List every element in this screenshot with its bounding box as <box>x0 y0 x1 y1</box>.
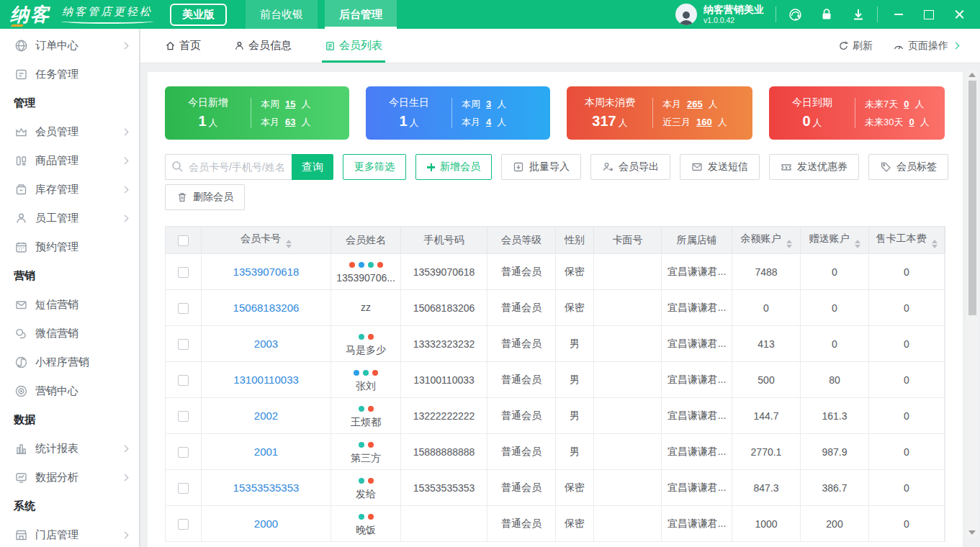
member-card-link[interactable]: 2003 <box>254 338 278 350</box>
member-store: 宜昌谦谦君... <box>662 470 732 506</box>
col-header-card[interactable]: 会员卡号 <box>202 227 331 254</box>
tag-dot-blue <box>354 370 359 376</box>
stat-line-unit: 人 <box>497 116 506 129</box>
sidebar-item-analysis[interactable]: 数据分析 <box>0 463 139 492</box>
tab-member-info[interactable]: 会员信息 <box>234 29 292 63</box>
more-filters-button[interactable]: 更多筛选 <box>343 154 406 180</box>
row-checkbox[interactable] <box>178 339 189 350</box>
tag-dot-teal <box>363 370 369 376</box>
sidebar: 订单中心 任务管理 管理 会员管理 商品管理 <box>0 29 140 547</box>
stat-line-value-link[interactable]: 15 <box>285 99 295 109</box>
search-input[interactable] <box>165 154 292 180</box>
member-card-link[interactable]: 2002 <box>254 410 278 422</box>
tab-label: 会员列表 <box>339 39 382 53</box>
sidebar-item-appointment[interactable]: 预约管理 <box>0 232 139 261</box>
member-gift: 987.9 <box>801 434 869 470</box>
appointment-icon <box>14 240 28 254</box>
person-icon <box>234 40 245 51</box>
member-table: 会员卡号 会员姓名 手机号码 会员等级 性别 卡面号 所属店铺 余额账户 赠送账… <box>165 226 945 542</box>
page-operations-button[interactable]: 页面操作 <box>893 40 958 53</box>
minimize-icon[interactable] <box>894 9 904 19</box>
tab-home[interactable]: 首页 <box>165 29 201 63</box>
member-card-link[interactable]: 15353535353 <box>233 482 300 494</box>
col-header-fee[interactable]: 售卡工本费 <box>869 227 945 254</box>
stat-unit: 人 <box>813 117 822 128</box>
sidebar-item-sms-marketing[interactable]: 短信营销 <box>0 290 139 319</box>
sidebar-item-staff[interactable]: 员工管理 <box>0 204 139 232</box>
col-header-balance[interactable]: 余额账户 <box>732 227 801 254</box>
download-icon[interactable] <box>851 7 866 22</box>
nav-backend-manage[interactable]: 后台管理 <box>325 0 397 29</box>
customer-service-icon[interactable] <box>788 7 802 22</box>
sidebar-item-orders[interactable]: 订单中心 <box>0 31 139 60</box>
batch-import-button[interactable]: 批量导入 <box>501 154 581 180</box>
member-export-button[interactable]: 会员导出 <box>590 154 670 180</box>
close-icon[interactable] <box>954 9 964 19</box>
row-checkbox[interactable] <box>178 267 189 278</box>
row-checkbox[interactable] <box>178 375 189 386</box>
stat-line-value-link[interactable]: 4 <box>486 117 491 127</box>
sidebar-item-members[interactable]: 会员管理 <box>0 117 139 146</box>
chevron-right-icon <box>122 214 129 222</box>
stat-line-value-link[interactable]: 265 <box>687 99 703 109</box>
stat-line-value-link[interactable]: 3 <box>486 99 491 109</box>
member-tag-button[interactable]: 会员标签 <box>868 154 948 180</box>
user-area[interactable]: 纳客营销美业 v1.0.0.42 <box>675 0 764 29</box>
sidebar-item-tasks[interactable]: 任务管理 <box>0 60 139 89</box>
member-card-link[interactable]: 13100110033 <box>233 374 299 386</box>
member-card-link[interactable]: 13539070618 <box>233 266 300 278</box>
edition-badge[interactable]: 美业版 <box>170 4 227 26</box>
wechat-icon <box>14 327 28 340</box>
stat-line-value-link[interactable]: 63 <box>285 117 295 127</box>
member-card-link[interactable]: 15068183206 <box>233 302 300 314</box>
member-card-link[interactable]: 2001 <box>254 446 278 458</box>
stat-card-expire-today: 今日到期 0人 未来7天0人 未来30天0人 <box>769 86 945 140</box>
row-checkbox[interactable] <box>178 483 189 494</box>
row-checkbox[interactable] <box>178 303 189 314</box>
stat-line-value-link[interactable]: 160 <box>696 117 712 127</box>
filler-cell <box>945 506 945 542</box>
member-gift: 0 <box>801 254 869 290</box>
sidebar-item-wechat-marketing[interactable]: 微信营销 <box>0 319 139 348</box>
vertical-scrollbar[interactable] <box>966 69 978 538</box>
sidebar-item-reports[interactable]: 统计报表 <box>0 434 139 463</box>
filler-cell <box>945 362 945 398</box>
send-sms-button[interactable]: 发送短信 <box>680 154 760 180</box>
marketing-icon <box>14 384 28 398</box>
member-level: 普通会员 <box>487 254 556 290</box>
member-level: 普通会员 <box>487 506 556 542</box>
col-header-gift[interactable]: 赠送账户 <box>801 227 869 254</box>
sidebar-item-inventory[interactable]: 库存管理 <box>0 175 139 204</box>
send-coupon-button[interactable]: 发送优惠券 <box>769 154 859 180</box>
sidebar-item-miniapp-marketing[interactable]: 小程序营销 <box>0 348 139 376</box>
nav-front-cashier[interactable]: 前台收银 <box>246 0 318 29</box>
member-balance: 1000 <box>732 506 801 542</box>
stat-title: 本周未消费 <box>577 95 643 110</box>
sidebar-item-marketing-center[interactable]: 营销中心 <box>0 376 139 405</box>
stat-line-value-link[interactable]: 0 <box>904 99 909 109</box>
refresh-button[interactable]: 刷新 <box>838 40 873 53</box>
scrollbar-thumb[interactable] <box>968 81 976 315</box>
stat-value: 317 <box>592 113 616 129</box>
row-checkbox[interactable] <box>178 447 189 458</box>
scroll-down-arrow-icon[interactable] <box>968 530 976 535</box>
select-all-checkbox[interactable] <box>178 235 189 246</box>
stat-line-value-link[interactable]: 0 <box>909 117 914 127</box>
stat-divider <box>251 98 251 128</box>
tab-member-list[interactable]: 会员列表 <box>325 29 382 63</box>
scroll-up-arrow-icon[interactable] <box>968 73 976 77</box>
search-button[interactable]: 查询 <box>292 154 333 180</box>
maximize-icon[interactable] <box>924 9 934 19</box>
sidebar-item-label: 会员管理 <box>35 125 78 139</box>
delete-member-button[interactable]: 删除会员 <box>165 184 245 210</box>
row-checkbox[interactable] <box>178 519 189 530</box>
sidebar-item-goods[interactable]: 商品管理 <box>0 146 139 175</box>
member-card-link[interactable]: 2000 <box>254 517 278 530</box>
lock-icon[interactable] <box>819 7 834 22</box>
member-gender: 保密 <box>556 470 594 506</box>
row-checkbox[interactable] <box>178 411 189 422</box>
table-row: 2003 马是多少 13332323232 普通会员 男 宜昌谦谦君... 41… <box>166 326 945 362</box>
add-member-button[interactable]: 新增会员 <box>415 154 492 180</box>
tab-label: 首页 <box>179 39 201 53</box>
sidebar-item-stores[interactable]: 门店管理 <box>0 520 139 547</box>
